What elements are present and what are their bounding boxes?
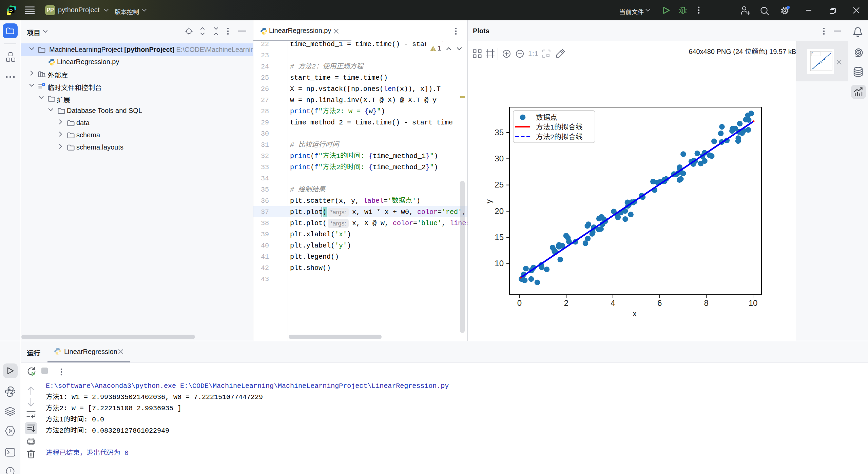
svg-text:方法2的拟合线: 方法2的拟合线 <box>536 131 583 141</box>
svg-text:x: x <box>633 309 637 318</box>
svg-text:数据点: 数据点 <box>536 112 557 122</box>
svg-text:4: 4 <box>611 298 615 308</box>
svg-text:y: y <box>484 199 493 203</box>
svg-text:10: 10 <box>749 298 758 308</box>
svg-text:6: 6 <box>657 298 662 308</box>
svg-text:15: 15 <box>495 233 504 242</box>
svg-text:方法1的拟合线: 方法1的拟合线 <box>536 121 583 132</box>
svg-text:8: 8 <box>704 298 709 308</box>
svg-text:35: 35 <box>495 128 504 137</box>
svg-text:25: 25 <box>495 180 504 189</box>
svg-text:30: 30 <box>495 154 504 163</box>
svg-text:2: 2 <box>564 298 568 308</box>
svg-text:20: 20 <box>495 206 504 216</box>
svg-text:0: 0 <box>517 298 522 308</box>
svg-text:PC: PC <box>9 8 13 11</box>
svg-text:10: 10 <box>495 259 504 268</box>
